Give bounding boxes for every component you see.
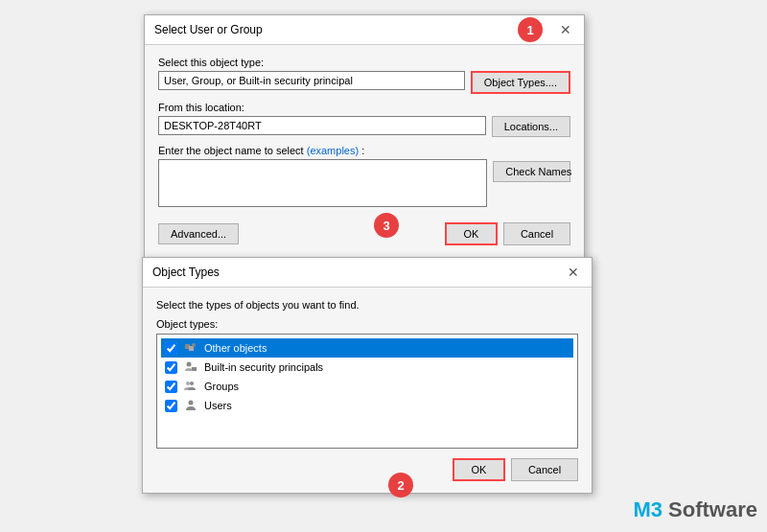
object-type-input[interactable] — [158, 71, 465, 90]
object-types-dialog: Object Types ✕ Select the types of objec… — [142, 257, 593, 494]
dialog1-body: Select this object type: Object Types...… — [145, 45, 584, 257]
dialog1-ok-button[interactable]: OK — [445, 222, 498, 245]
brand-software: Software — [662, 497, 757, 521]
dialog2-close-button[interactable]: ✕ — [565, 264, 582, 281]
object-name-label: Enter the object name to select (example… — [158, 145, 570, 156]
check-names-button[interactable]: Check Names — [493, 161, 570, 182]
badge-2: 2 — [388, 473, 413, 497]
groups-icon — [183, 379, 198, 394]
locations-button[interactable]: Locations... — [492, 116, 570, 137]
svg-point-5 — [186, 382, 190, 385]
watermark: M3 Software — [633, 497, 757, 522]
dialog2-bottom-row: OK Cancel — [156, 458, 578, 481]
dialog2-titlebar: Object Types ✕ — [143, 258, 592, 288]
builtin-label: Built-in security principals — [204, 361, 323, 373]
users-icon — [183, 398, 198, 413]
other-objects-icon — [183, 340, 198, 356]
dialog2-title: Object Types — [152, 266, 220, 279]
checkbox-users[interactable] — [165, 400, 177, 412]
svg-point-6 — [190, 382, 194, 385]
checkbox-other[interactable] — [165, 342, 177, 355]
select-user-dialog: Select User or Group ✕ Select this objec… — [144, 14, 585, 258]
object-type-row: Object Types.... — [158, 71, 570, 94]
advanced-button[interactable]: Advanced... — [158, 223, 239, 244]
brand-m3: M3 — [633, 497, 662, 521]
dialog2-ok-button[interactable]: OK — [453, 458, 505, 481]
dialog1-close-button[interactable]: ✕ — [557, 21, 574, 38]
object-name-row: Check Names — [158, 159, 570, 215]
badge-1: 1 — [518, 17, 543, 42]
badge-3: 3 — [374, 213, 399, 238]
svg-point-3 — [187, 362, 192, 367]
dialog2-object-types-header: Object types: — [156, 318, 578, 330]
location-label: From this location: — [158, 102, 570, 113]
dialog2-cancel-button[interactable]: Cancel — [511, 458, 578, 481]
svg-point-2 — [192, 343, 196, 347]
checkbox-builtin[interactable] — [165, 361, 177, 374]
object-types-button[interactable]: Object Types.... — [471, 71, 570, 94]
dialog1-ok-cancel: OK Cancel — [445, 222, 570, 245]
dialog1-cancel-button[interactable]: Cancel — [503, 222, 570, 245]
list-item-users[interactable]: Users — [161, 396, 573, 415]
svg-point-7 — [189, 401, 194, 405]
groups-label: Groups — [204, 381, 239, 392]
dialog2-ok-cancel: OK Cancel — [453, 458, 578, 481]
examples-link[interactable]: (examples) — [307, 145, 359, 156]
dialog2-instruction: Select the types of objects you want to … — [156, 299, 578, 311]
location-row: Locations... — [158, 116, 570, 137]
checkbox-groups[interactable] — [165, 381, 177, 393]
object-type-label: Select this object type: — [158, 57, 570, 68]
users-label: Users — [204, 400, 232, 411]
builtin-icon — [183, 359, 198, 375]
list-item-groups[interactable]: Groups — [161, 377, 573, 396]
other-objects-label: Other objects — [204, 342, 267, 354]
location-input[interactable] — [158, 116, 486, 135]
list-item-builtin[interactable]: Built-in security principals — [161, 358, 573, 377]
list-item-other[interactable]: Other objects — [161, 338, 573, 358]
object-name-textarea[interactable] — [158, 159, 487, 207]
dialog1-title: Select User or Group — [154, 23, 263, 36]
object-types-list: Other objects Built-in security principa… — [156, 334, 578, 449]
dialog1-bottom-row: Advanced... OK Cancel — [158, 222, 570, 245]
svg-rect-4 — [192, 367, 197, 371]
dialog2-body: Select the types of objects you want to … — [143, 288, 592, 493]
